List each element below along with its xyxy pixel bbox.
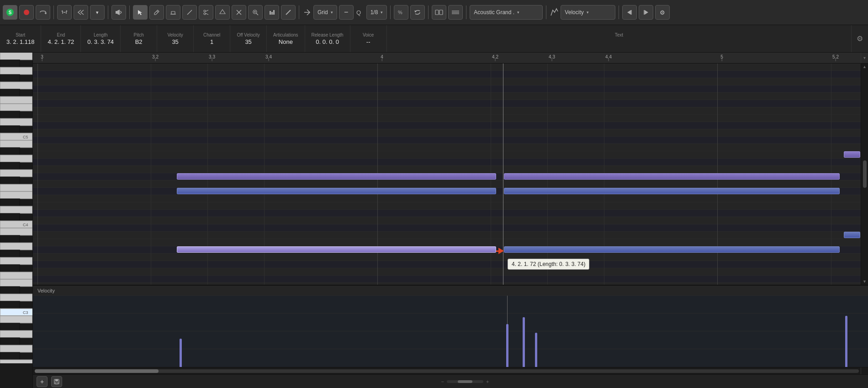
svg-rect-35 xyxy=(55,379,58,381)
grid-row-0 xyxy=(33,64,861,71)
add-track-btn[interactable]: + xyxy=(37,376,48,387)
line-tool-btn[interactable] xyxy=(182,5,197,20)
velocity-tool-btn[interactable] xyxy=(265,5,279,20)
midi-note-1[interactable] xyxy=(177,188,496,194)
save-btn[interactable] xyxy=(51,376,62,387)
vel-bar-2[interactable] xyxy=(523,317,525,367)
timeline-right-corner: ▾ xyxy=(861,53,868,64)
timeline-marker-8: 5 xyxy=(720,54,723,59)
end-label: End xyxy=(57,32,65,37)
vel-bar-3[interactable] xyxy=(535,333,537,367)
note-display-btn[interactable] xyxy=(432,5,446,20)
scroll-up-btn[interactable]: ▲ xyxy=(863,64,867,69)
velocity-info-value: 35 xyxy=(172,38,178,45)
grid-row-5 xyxy=(33,100,861,107)
scroll-thumb-h[interactable] xyxy=(35,369,159,373)
zoom-tool-btn[interactable] xyxy=(248,5,263,20)
svg-text:Q: Q xyxy=(356,9,361,16)
skip-start-btn[interactable] xyxy=(622,5,637,20)
scroll-thumb-v[interactable] xyxy=(863,160,867,188)
minus-btn[interactable]: − xyxy=(339,5,354,20)
grid-row-18 xyxy=(33,195,861,202)
vel-bar-4[interactable] xyxy=(845,316,847,367)
h-scrollbar[interactable] xyxy=(33,367,861,374)
glue-tool-btn[interactable] xyxy=(215,5,230,20)
grid-row-28 xyxy=(33,268,861,276)
vel-grid-2 xyxy=(33,313,868,314)
fraction-btn[interactable]: % xyxy=(394,5,408,20)
velocity-dropdown[interactable]: Velocity ▾ xyxy=(561,5,615,20)
quantize-icon xyxy=(302,8,312,17)
timeline-row: 33.23.33.444.24.34.455.2 ▾ xyxy=(33,53,868,64)
channel-label: Channel xyxy=(203,32,220,37)
vel-bar-0[interactable] xyxy=(180,339,182,367)
zoom-track[interactable] xyxy=(447,380,483,383)
grid-row-2 xyxy=(33,78,861,85)
record-btn[interactable] xyxy=(19,5,34,20)
grid-row-4 xyxy=(33,93,861,100)
timeline[interactable]: 33.23.33.444.24.34.455.2 xyxy=(33,53,861,64)
spotify-btn[interactable]: S xyxy=(3,5,17,20)
grid-dropdown[interactable]: Grid ▾ xyxy=(313,5,337,20)
refresh-btn[interactable] xyxy=(410,5,425,20)
eraser-tool-btn[interactable] xyxy=(166,5,180,20)
svg-marker-32 xyxy=(645,10,648,15)
paint-tool-btn[interactable] xyxy=(281,5,296,20)
timeline-marker-3: 3.4 xyxy=(265,54,272,59)
timeline-marker-4: 4 xyxy=(381,54,383,59)
h-scrollbar-row xyxy=(33,367,868,374)
info-start: Start 3. 2. 1.118 xyxy=(0,25,41,52)
info-settings-btn[interactable]: ⚙ xyxy=(857,34,863,43)
instrument-label: Acoustic Grand . xyxy=(474,9,514,16)
note-roll[interactable]: 4. 2. 1. 72 (Length: 0. 3. 3. 74) xyxy=(33,64,861,285)
svg-text:%: % xyxy=(398,10,402,15)
drag-arrow xyxy=(496,248,504,254)
arrow-dropdown-btn[interactable]: ▾ xyxy=(90,5,105,20)
skip-end-btn[interactable] xyxy=(639,5,653,20)
speaker-mute-btn[interactable] xyxy=(111,5,126,20)
info-articulations: Articulations None xyxy=(267,25,305,52)
vel-bar-1[interactable] xyxy=(506,324,508,367)
midi-note-3[interactable] xyxy=(504,173,840,180)
instrument-dropdown[interactable]: Acoustic Grand . ▾ xyxy=(470,5,543,20)
pencil-tool-btn[interactable] xyxy=(149,5,164,20)
velocity-section-label: Velocity xyxy=(33,286,868,296)
mute-tool-btn[interactable] xyxy=(232,5,246,20)
info-velocity: Velocity 35 xyxy=(157,25,194,52)
link-btn[interactable] xyxy=(57,5,72,20)
text-label: Text xyxy=(615,32,623,37)
channel-display-btn[interactable] xyxy=(448,5,463,20)
off-velocity-value: 35 xyxy=(245,38,251,45)
zoom-thumb[interactable] xyxy=(458,380,472,383)
pointer-tool-btn[interactable] xyxy=(133,5,148,20)
scroll-down-btn[interactable]: ▼ xyxy=(863,279,867,284)
midi-note-5[interactable] xyxy=(504,246,840,253)
rewind-btn[interactable] xyxy=(74,5,88,20)
info-off-velocity: Off Velocity 35 xyxy=(230,25,267,52)
vertical-scrollbar[interactable]: ▲ ▼ xyxy=(861,64,868,285)
scroll-track-h[interactable] xyxy=(35,369,859,373)
zoom-scrollbar-area[interactable]: − + xyxy=(66,379,864,384)
zoom-minus-btn[interactable]: − xyxy=(441,379,444,384)
midi-note-4[interactable] xyxy=(504,188,840,194)
voice-value: -- xyxy=(366,38,370,45)
velocity-canvas[interactable] xyxy=(33,296,868,367)
svg-point-9 xyxy=(204,13,206,15)
length-value: 0. 3. 3. 74 xyxy=(87,38,114,45)
midi-note-2[interactable] xyxy=(177,246,496,253)
midi-note-7[interactable] xyxy=(844,232,860,238)
scissors-tool-btn[interactable] xyxy=(199,5,213,20)
midi-note-0[interactable] xyxy=(177,173,496,180)
grid-value-dropdown[interactable]: 1/8 ▾ xyxy=(366,5,387,20)
separator-8 xyxy=(546,5,546,19)
velocity-arrow: ▾ xyxy=(587,10,589,15)
q-icon: Q xyxy=(355,8,365,17)
svg-point-2 xyxy=(24,10,29,15)
zoom-plus-btn[interactable]: + xyxy=(486,379,489,384)
velocity-label: Velocity xyxy=(565,9,583,16)
settings-btn[interactable]: ⚙ xyxy=(655,5,670,20)
midi-note-6[interactable] xyxy=(844,151,860,158)
loop-btn[interactable] xyxy=(36,5,50,20)
info-settings[interactable]: ⚙ xyxy=(852,25,868,52)
separator-2 xyxy=(108,5,108,19)
